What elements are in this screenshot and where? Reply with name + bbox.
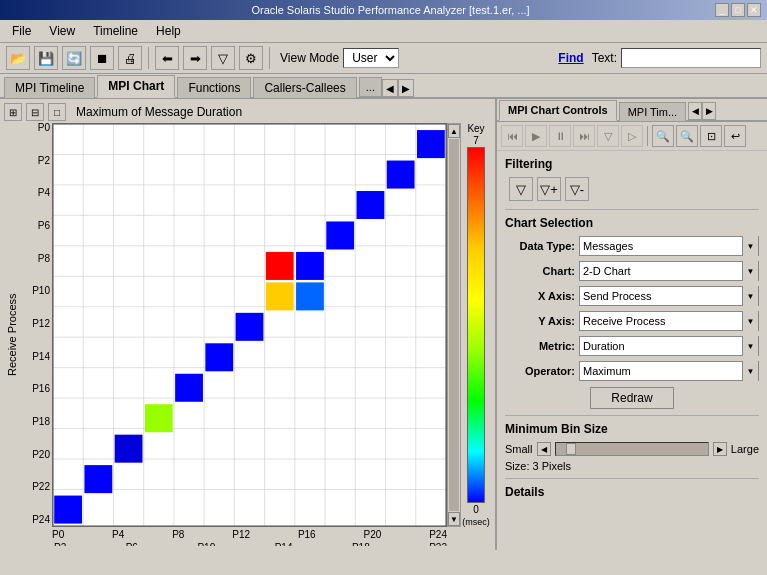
y-axis-arrow[interactable]: ▼ — [742, 311, 758, 331]
y-tick-5: P14 — [20, 352, 50, 362]
operator-arrow[interactable]: ▼ — [742, 361, 758, 381]
menu-help[interactable]: Help — [148, 22, 189, 40]
data-type-arrow[interactable]: ▼ — [742, 236, 758, 256]
data-type-label: Data Type: — [505, 240, 575, 252]
scroll-track-right[interactable] — [449, 139, 459, 511]
metric-select[interactable]: Duration ▼ — [579, 336, 759, 356]
tab-nav-left[interactable]: ◀ — [382, 79, 398, 97]
tab-nav-right[interactable]: ▶ — [398, 79, 414, 97]
minimize-button[interactable]: _ — [715, 3, 729, 17]
x-axis-value: Send Process — [580, 290, 742, 302]
bin-size-title: Minimum Bin Size — [505, 422, 759, 436]
toolbar-btn-6[interactable]: ⬅ — [155, 46, 179, 70]
x-tick-3: P12 — [232, 529, 250, 540]
bin-size-section: Minimum Bin Size Small ◀ ▶ Large Size: 3… — [505, 422, 759, 472]
y-tick-2: P20 — [20, 450, 50, 460]
x-axis-label-ctrl: X Axis: — [505, 290, 575, 302]
operator-label: Operator: — [505, 365, 575, 377]
bin-slider-thumb[interactable] — [566, 443, 576, 455]
section-divider-2 — [505, 415, 759, 416]
metric-arrow[interactable]: ▼ — [742, 336, 758, 356]
ctrl-pause-btn[interactable]: ⏸ — [549, 125, 571, 147]
toolbar-btn-1[interactable]: 📂 — [6, 46, 30, 70]
redraw-button[interactable]: Redraw — [590, 387, 673, 409]
y-axis-select[interactable]: Receive Process ▼ — [579, 311, 759, 331]
svg-rect-33 — [266, 252, 294, 280]
toolbar-btn-3[interactable]: 🔄 — [62, 46, 86, 70]
tab-more[interactable]: ... — [359, 77, 382, 97]
tab-mpi-chart[interactable]: MPI Chart — [97, 75, 175, 98]
operator-select[interactable]: Maximum ▼ — [579, 361, 759, 381]
maximize-button[interactable]: □ — [731, 3, 745, 17]
toolbar-btn-8[interactable]: ⚙ — [239, 46, 263, 70]
filter-btn-1[interactable]: ▽ — [509, 177, 533, 201]
view-mode-label: View Mode — [280, 51, 339, 65]
right-tab-nav-right[interactable]: ▶ — [702, 102, 716, 120]
svg-rect-37 — [357, 191, 385, 219]
data-type-row: Data Type: Messages ▼ — [505, 236, 759, 256]
toolbar-btn-filter[interactable]: ▽ — [211, 46, 235, 70]
chart-inner: P24 P22 P20 P18 P16 P14 P12 P10 P8 P6 P4… — [20, 123, 491, 546]
menu-timeline[interactable]: Timeline — [85, 22, 146, 40]
toolbar-btn-2[interactable]: 💾 — [34, 46, 58, 70]
zoom-fit-btn[interactable]: ⊞ — [4, 103, 22, 121]
ctrl-stop-btn[interactable]: ⏭ — [573, 125, 595, 147]
tab-mpi-timeline-controls[interactable]: MPI Tim... — [619, 102, 687, 121]
find-button[interactable]: Find — [558, 51, 583, 65]
chart-ctrl-3[interactable]: □ — [48, 103, 66, 121]
svg-rect-36 — [326, 221, 354, 249]
ctrl-play-btn[interactable]: ▶ — [525, 125, 547, 147]
tab-callers-callees[interactable]: Callers-Callees — [253, 77, 356, 98]
scroll-down-btn[interactable]: ▼ — [448, 512, 460, 526]
zoom-in-btn[interactable]: 🔍 — [652, 125, 674, 147]
zoom-reset-btn[interactable]: ⊡ — [700, 125, 722, 147]
section-divider-3 — [505, 478, 759, 479]
heatmap-grid[interactable] — [52, 123, 447, 527]
filter-btn-2[interactable]: ▽+ — [537, 177, 561, 201]
menu-file[interactable]: File — [4, 22, 39, 40]
right-toolbar: ⏮ ▶ ⏸ ⏭ ▽ ▷ 🔍 🔍 ⊡ ↩ — [497, 122, 767, 151]
toolbar-btn-4[interactable]: ⏹ — [90, 46, 114, 70]
svg-rect-35 — [296, 252, 324, 280]
bin-nav-right[interactable]: ▶ — [713, 442, 727, 456]
bin-slider[interactable] — [555, 442, 709, 456]
y-tick-10: P4 — [20, 188, 50, 198]
tab-mpi-timeline[interactable]: MPI Timeline — [4, 77, 95, 98]
svg-rect-29 — [175, 374, 203, 402]
svg-rect-38 — [387, 161, 415, 189]
zoom-out-btn[interactable]: 🔍 — [676, 125, 698, 147]
filter-btn-3[interactable]: ▽- — [565, 177, 589, 201]
x-tick-1: P4 — [112, 529, 124, 540]
right-tab-nav-left[interactable]: ◀ — [688, 102, 702, 120]
x-tick-sub-1: P6 — [126, 542, 138, 546]
ctrl-filter-btn[interactable]: ▷ — [621, 125, 643, 147]
data-type-select[interactable]: Messages ▼ — [579, 236, 759, 256]
x-axis-select[interactable]: Send Process ▼ — [579, 286, 759, 306]
chart-select[interactable]: 2-D Chart ▼ — [579, 261, 759, 281]
view-mode-select[interactable]: User — [343, 48, 399, 68]
scroll-up-btn[interactable]: ▲ — [448, 124, 460, 138]
tab-mpi-chart-controls[interactable]: MPI Chart Controls — [499, 100, 617, 121]
y-tick-1: P22 — [20, 482, 50, 492]
toolbar: 📂 💾 🔄 ⏹ 🖨 ⬅ ➡ ▽ ⚙ View Mode User Find Te… — [0, 43, 767, 74]
undo-btn[interactable]: ↩ — [724, 125, 746, 147]
toolbar-btn-7[interactable]: ➡ — [183, 46, 207, 70]
chart-arrow[interactable]: ▼ — [742, 261, 758, 281]
details-title: Details — [505, 485, 759, 499]
ctrl-back-btn[interactable]: ⏮ — [501, 125, 523, 147]
toolbar-btn-5[interactable]: 🖨 — [118, 46, 142, 70]
chart-selection-title: Chart Selection — [505, 216, 759, 230]
colorbar-unit: (msec) — [462, 517, 490, 527]
ctrl-skip-btn[interactable]: ▽ — [597, 125, 619, 147]
chart-ctrl-2[interactable]: ⊟ — [26, 103, 44, 121]
window-controls[interactable]: _ □ ✕ — [715, 3, 761, 17]
bin-nav-left[interactable]: ◀ — [537, 442, 551, 456]
right-panel: MPI Chart Controls MPI Tim... ◀ ▶ ⏮ ▶ ⏸ … — [497, 99, 767, 550]
close-button[interactable]: ✕ — [747, 3, 761, 17]
tab-functions[interactable]: Functions — [177, 77, 251, 98]
chart-area: Receive Process P24 P22 P20 P18 P16 P14 … — [4, 123, 491, 546]
find-input[interactable] — [621, 48, 761, 68]
menu-view[interactable]: View — [41, 22, 83, 40]
scrollbar-right[interactable]: ▲ ▼ — [447, 123, 461, 527]
x-axis-arrow[interactable]: ▼ — [742, 286, 758, 306]
